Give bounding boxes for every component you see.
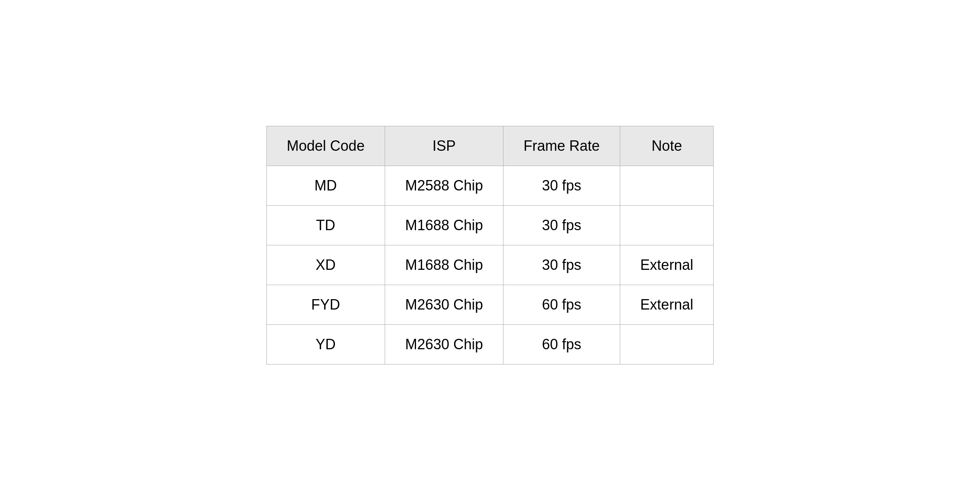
table-row: TDM1688 Chip30 fps — [266, 205, 713, 245]
isp-cell: M1688 Chip — [385, 205, 503, 245]
model-code-cell: FYD — [266, 285, 385, 324]
model-code-cell: XD — [266, 245, 385, 285]
header-isp: ISP — [385, 126, 503, 166]
isp-cell: M2630 Chip — [385, 324, 503, 364]
isp-cell: M2588 Chip — [385, 166, 503, 205]
isp-cell: M1688 Chip — [385, 245, 503, 285]
frame-rate-cell: 60 fps — [503, 285, 620, 324]
table-container: Model Code ISP Frame Rate Note MDM2588 C… — [242, 102, 738, 389]
table-row: MDM2588 Chip30 fps — [266, 166, 713, 205]
table-row: FYDM2630 Chip60 fpsExternal — [266, 285, 713, 324]
model-code-cell: YD — [266, 324, 385, 364]
frame-rate-cell: 30 fps — [503, 166, 620, 205]
model-code-cell: MD — [266, 166, 385, 205]
isp-cell: M2630 Chip — [385, 285, 503, 324]
data-table: Model Code ISP Frame Rate Note MDM2588 C… — [266, 126, 714, 364]
table-row: YDM2630 Chip60 fps — [266, 324, 713, 364]
frame-rate-cell: 60 fps — [503, 324, 620, 364]
frame-rate-cell: 30 fps — [503, 205, 620, 245]
header-note: Note — [620, 126, 714, 166]
note-cell — [620, 205, 714, 245]
note-cell — [620, 166, 714, 205]
note-cell: External — [620, 285, 714, 324]
frame-rate-cell: 30 fps — [503, 245, 620, 285]
header-row: Model Code ISP Frame Rate Note — [266, 126, 713, 166]
note-cell: External — [620, 245, 714, 285]
model-code-cell: TD — [266, 205, 385, 245]
header-frame-rate: Frame Rate — [503, 126, 620, 166]
note-cell — [620, 324, 714, 364]
header-model-code: Model Code — [266, 126, 385, 166]
table-row: XDM1688 Chip30 fpsExternal — [266, 245, 713, 285]
